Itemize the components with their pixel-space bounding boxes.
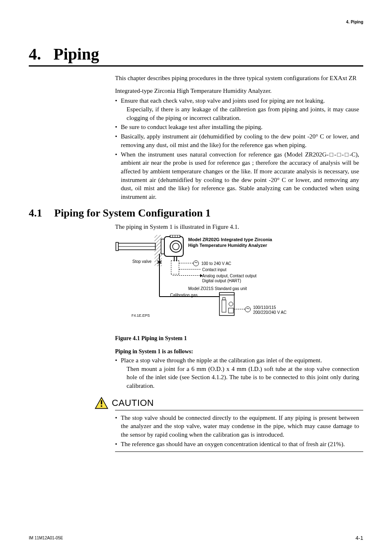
intro-para-2: Integrated-type Zirconia High Temperatur…: [115, 87, 359, 95]
stop-valve-icon: [157, 260, 162, 265]
intro-para-1: This chapter describes piping procedures…: [115, 74, 359, 83]
caution-label: CAUTION: [112, 398, 154, 408]
caution-bullet-2: The reference gas should have an oxygen …: [115, 440, 359, 449]
footer-page-num: 4-1: [355, 535, 363, 541]
dash-to-analog: [173, 275, 201, 276]
bullet-lead: Ensure that each check valve, stop valve…: [121, 97, 325, 104]
dash-to-contact: [179, 269, 201, 269]
figure-4-1: ~ ~ Model ZR202G Integrated type Zirconi…: [115, 235, 312, 329]
caution-header: CAUTION: [95, 397, 363, 409]
fig-eps: F4.1E.EPS: [131, 313, 150, 318]
figure-caption: Figure 4.1 Piping in System 1: [115, 334, 359, 342]
bullet-lead: Place a stop valve through the nipple at…: [121, 357, 322, 364]
caution-rule-bottom: [115, 451, 363, 452]
follows-bullet-1: Place a stop valve through the nipple at…: [115, 356, 359, 390]
svg-rect-4: [116, 242, 118, 251]
fig-gas-unit: Model ZO21S Standard gas unit: [188, 286, 247, 292]
chapter-number: 4.: [29, 45, 41, 63]
dash-to-vac: [179, 263, 193, 263]
intro-bullet-2: Be sure to conduct leakage test after in…: [115, 123, 359, 131]
bullet-cont: Then mount a joint for a 6 mm (O.D.) x 4…: [121, 365, 359, 390]
section-4-1-title: Piping for System Configuration 1: [54, 207, 211, 219]
follows-heading: Piping in System 1 is as follows:: [115, 348, 359, 355]
caution-icon: [95, 397, 108, 409]
fig-cal-gas: Calibration gas: [170, 292, 198, 298]
footer-doc-id: IM 11M12A01-05E: [29, 536, 63, 540]
svg-point-21: [229, 302, 233, 306]
svg-rect-20: [223, 297, 225, 300]
fig-model-1: Model ZR202G Integrated type Zirconia: [188, 237, 272, 243]
intro-bullet-4: When the instrument uses natural convect…: [115, 150, 359, 201]
svg-rect-5: [161, 239, 164, 254]
chapter-title: 4. Piping: [29, 44, 363, 64]
section-4-1-lead: The piping in System 1 is illustrated in…: [115, 223, 359, 231]
dash-box: [171, 260, 179, 274]
caution-bullet-1: The stop valve should be connected direc…: [115, 414, 359, 439]
caution-rule-top: [115, 410, 363, 410]
tilde-1: ~: [194, 260, 198, 265]
intro-bullet-3: Basically, apply instrument air (dehumid…: [115, 132, 359, 149]
dash-to-vac-unit: [234, 309, 245, 309]
caution-bullets: The stop valve should be connected direc…: [115, 414, 359, 449]
follows-bullets: Place a stop valve through the nipple at…: [115, 356, 359, 390]
fig-contact-in: Contact input: [202, 267, 226, 273]
bullet-cont: Especially, if there is any leakage of t…: [121, 105, 359, 122]
fig-digital: Digital output (HART): [202, 278, 241, 284]
tilde-2: ~: [246, 306, 249, 311]
fig-model-2: High Temperature Humidity Analyzer: [188, 242, 267, 249]
svg-point-8: [173, 243, 179, 250]
svg-rect-19: [222, 300, 226, 312]
section-4-1-num: 4.1: [29, 207, 54, 219]
intro-bullet-1: Ensure that each check valve, stop valve…: [115, 97, 359, 122]
intro-bullets: Ensure that each check valve, stop valve…: [115, 97, 359, 201]
chapter-rule: [29, 65, 363, 67]
svg-rect-25: [101, 405, 102, 407]
fig-stop-valve: Stop valve: [132, 259, 152, 265]
running-header: 4. Piping: [346, 20, 363, 24]
fig-vac-alt2: 200/220/240 V AC: [253, 310, 286, 315]
svg-rect-22: [228, 308, 233, 313]
chapter-name: Piping: [53, 45, 99, 63]
svg-rect-24: [101, 400, 102, 404]
svg-rect-18: [219, 292, 234, 295]
fig-vac: 100 to 240 V AC: [201, 261, 231, 267]
